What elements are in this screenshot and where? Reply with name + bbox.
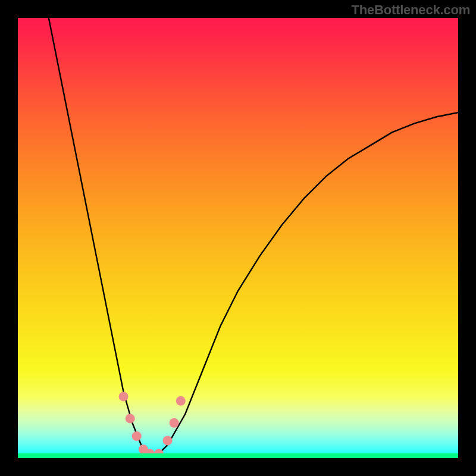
curve-marker [132,431,142,441]
bottleneck-curve [18,18,458,458]
curve-marker [119,392,129,401]
curve-line [49,18,458,454]
curve-markers [119,392,186,458]
curve-marker [170,418,179,428]
curve-marker [126,414,135,423]
green-bottom-strip [18,453,458,458]
plot-area [18,18,458,458]
curve-marker [163,436,173,445]
chart-frame: TheBottleneck.com [0,0,476,476]
curve-marker [176,396,186,406]
watermark-text: TheBottleneck.com [351,2,470,18]
